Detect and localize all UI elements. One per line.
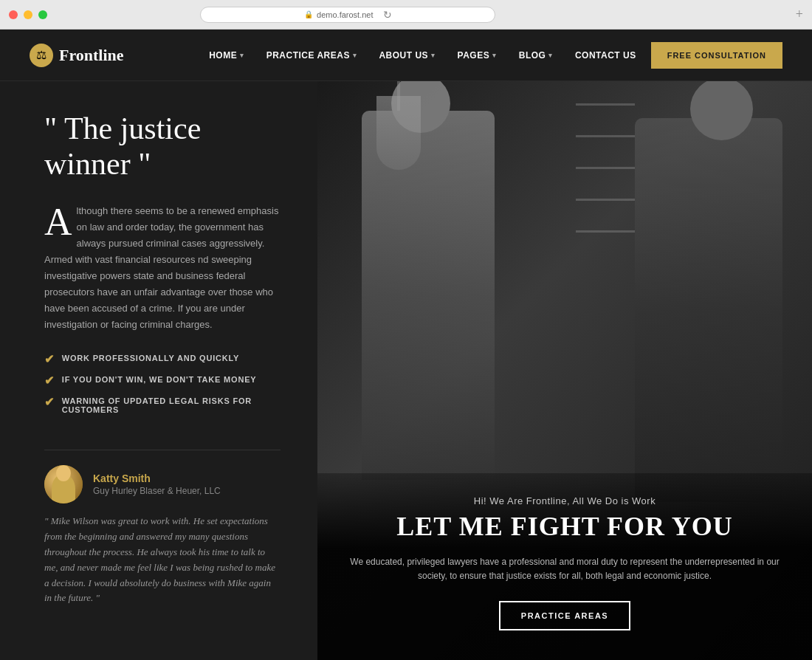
drop-cap: A: [44, 206, 72, 238]
chevron-down-icon: ▾: [431, 52, 436, 59]
hero-overlay: Hi! We Are Frontline, All We Do is Work …: [317, 473, 812, 660]
browser-chrome: 🔒 demo.farost.net ↻ +: [0, 0, 812, 30]
navbar: ⚖ Frontline HOME ▾ PRACTICE AREAS ▾ ABOU…: [0, 30, 812, 81]
chevron-down-icon: ▾: [353, 52, 357, 59]
close-dot[interactable]: [9, 10, 18, 19]
checklist-item-3: ✔ WARNING OF UPDATED LEGAL RISKS FOR CUS…: [44, 396, 281, 414]
logo-icon: ⚖: [30, 44, 53, 67]
chevron-down-icon: ▾: [492, 52, 497, 59]
testimonial-quote: " Mike Wilson was great to work with. He…: [44, 514, 281, 606]
nav-item-practice[interactable]: PRACTICE AREAS ▾: [266, 50, 357, 61]
nav-item-pages[interactable]: PAGES ▾: [458, 50, 497, 61]
main-content: " The justice winner " A lthough there s…: [0, 81, 812, 660]
hero-image-bg: Hi! We Are Frontline, All We Do is Work …: [317, 81, 812, 660]
hero-title: " The justice winner ": [44, 111, 281, 182]
hero-overlay-inner: Hi! We Are Frontline, All We Do is Work …: [347, 495, 782, 630]
figure-right: [635, 118, 782, 502]
section-divider: [44, 450, 281, 450]
reviewer-company: Guy Hurley Blaser & Heuer, LLC: [93, 486, 221, 496]
minimize-dot[interactable]: [24, 10, 32, 19]
nav-item-blog[interactable]: BLOG ▾: [519, 50, 553, 61]
checklist-item-1: ✔ WORK PROFESSIONALLY AND QUICKLY: [44, 354, 281, 366]
checklist-item-2: ✔ IF YOU DON'T WIN, WE DON'T TAKE MONEY: [44, 375, 281, 388]
hero-body: A lthough there seems to be a renewed em…: [44, 203, 281, 334]
refresh-icon[interactable]: ↻: [383, 9, 392, 21]
address-bar[interactable]: 🔒 demo.farost.net ↻: [200, 7, 495, 23]
logo[interactable]: ⚖ Frontline: [30, 44, 124, 67]
avatar-person-shape: [52, 474, 75, 503]
avatar-image: [44, 465, 83, 503]
lock-icon: 🔒: [304, 10, 313, 18]
reviewer-name: Katty Smith: [93, 472, 221, 484]
new-tab-button[interactable]: +: [796, 7, 803, 22]
nav-item-about[interactable]: ABOUT US ▾: [379, 50, 435, 61]
chevron-down-icon: ▾: [548, 52, 553, 59]
check-icon: ✔: [44, 352, 55, 366]
check-icon: ✔: [44, 374, 55, 388]
testimonial-header: Katty Smith Guy Hurley Blaser & Heuer, L…: [44, 465, 281, 503]
nav-item-home[interactable]: HOME ▾: [209, 50, 244, 61]
nav-item-contact[interactable]: CONTACT US: [575, 50, 636, 61]
hero-image: Hi! We Are Frontline, All We Do is Work …: [317, 81, 812, 660]
url-text: demo.farost.net: [317, 10, 373, 19]
consultation-button[interactable]: FREE CONSULTATION: [651, 42, 782, 69]
checklist: ✔ WORK PROFESSIONALLY AND QUICKLY ✔ IF Y…: [44, 354, 281, 414]
chevron-down-icon: ▾: [240, 52, 244, 59]
left-panel: " The justice winner " A lthough there s…: [0, 81, 317, 660]
maximize-dot[interactable]: [38, 10, 47, 19]
right-panel: Hi! We Are Frontline, All We Do is Work …: [317, 81, 812, 660]
bookcase-shape: [576, 103, 635, 325]
website-container: ⚖ Frontline HOME ▾ PRACTICE AREAS ▾ ABOU…: [0, 30, 812, 660]
practice-areas-button[interactable]: PRACTICE AREAS: [499, 601, 630, 630]
nav-menu: HOME ▾ PRACTICE AREAS ▾ ABOUT US ▾ PAGES…: [209, 50, 636, 61]
check-icon: ✔: [44, 395, 55, 409]
hero-subtitle: Hi! We Are Frontline, All We Do is Work: [347, 495, 782, 506]
hero-heading: LET ME FIGHT FOR YOU: [347, 511, 782, 542]
avatar: [44, 465, 83, 503]
reviewer-info: Katty Smith Guy Hurley Blaser & Heuer, L…: [93, 472, 221, 496]
logo-text: Frontline: [59, 46, 124, 65]
hero-description: We educated, privileged lawyers have a p…: [347, 555, 782, 583]
figure-left: [362, 111, 495, 480]
